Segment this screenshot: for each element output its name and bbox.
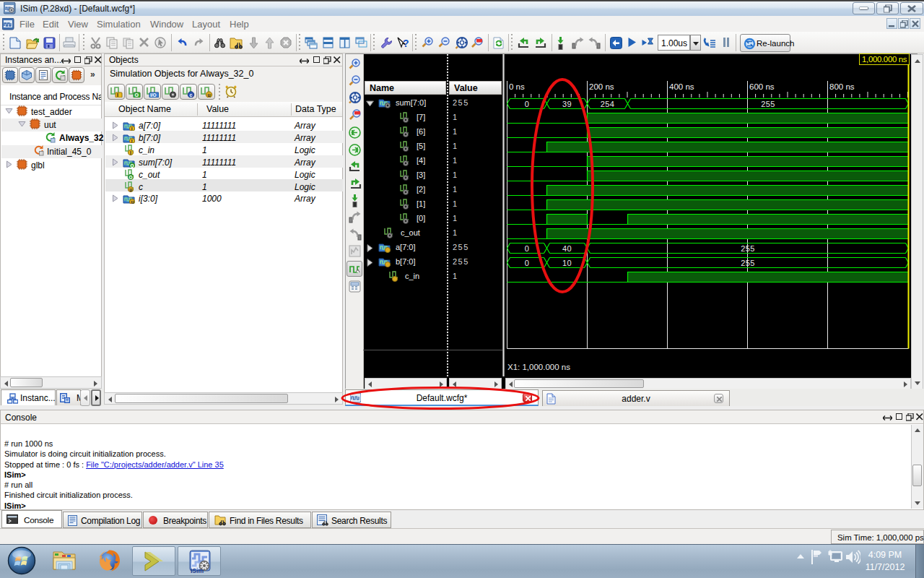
svg-text:0: 0: [525, 259, 530, 267]
svg-text:0: 0: [525, 100, 530, 108]
svg-text:10: 10: [562, 259, 572, 267]
svg-text:600 ns: 600 ns: [749, 82, 775, 91]
svg-text:I: I: [130, 150, 131, 155]
svg-text:400 ns: 400 ns: [669, 82, 694, 91]
svg-text:u: u: [129, 187, 132, 192]
svg-text:200 ns: 200 ns: [589, 82, 614, 91]
svg-text:?: ?: [403, 38, 409, 49]
svg-text:I: I: [117, 92, 118, 98]
svg-text:u: u: [208, 92, 211, 98]
svg-text:O: O: [131, 163, 134, 168]
svg-text:u: u: [131, 199, 134, 204]
svg-text:c: c: [190, 92, 193, 98]
svg-text:0: 0: [525, 244, 530, 253]
svg-text:1,000.000 ns: 1,000.000 ns: [862, 55, 907, 64]
svg-text:800 ns: 800 ns: [829, 82, 855, 91]
svg-text:39: 39: [562, 100, 572, 108]
svg-text:254: 254: [601, 100, 615, 108]
svg-text:255: 255: [761, 100, 775, 108]
svg-text:I/O: I/O: [150, 92, 157, 98]
svg-text:ISim: ISim: [191, 567, 204, 574]
svg-text:255: 255: [741, 259, 755, 267]
svg-text:255: 255: [741, 244, 755, 253]
svg-text:40: 40: [562, 244, 572, 253]
svg-text:O: O: [135, 92, 139, 98]
svg-text:I: I: [131, 139, 133, 144]
svg-text:0 ns: 0 ns: [509, 82, 525, 91]
svg-text:I: I: [131, 126, 133, 131]
svg-text:X1: 1,000.000 ns: X1: 1,000.000 ns: [507, 363, 570, 371]
svg-text:O: O: [129, 175, 133, 180]
